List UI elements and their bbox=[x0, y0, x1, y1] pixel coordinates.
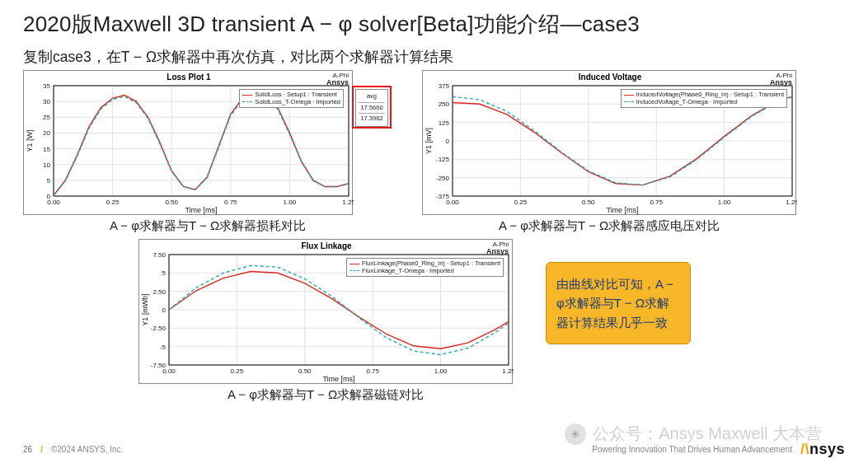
svg-text:0.25: 0.25 bbox=[231, 367, 244, 375]
svg-text:Loss Plot 1: Loss Plot 1 bbox=[167, 72, 211, 82]
chart-corner-tag: A-PhiAnsys bbox=[770, 72, 792, 87]
slide-title: 2020版Maxwell 3D transient A − φ solver[B… bbox=[23, 10, 845, 39]
highlight-box bbox=[352, 86, 392, 129]
svg-text:7.50: 7.50 bbox=[152, 251, 166, 259]
svg-text:0.75: 0.75 bbox=[224, 199, 237, 206]
svg-text:5: 5 bbox=[162, 269, 167, 277]
chart-legend: InducedVoltage(Phase0_Ring_In) · Setup1 … bbox=[621, 89, 787, 108]
svg-text:1.00: 1.00 bbox=[718, 199, 731, 206]
svg-text:0: 0 bbox=[47, 193, 51, 200]
svg-text:15: 15 bbox=[43, 146, 50, 153]
loss-caption: A − φ求解器与T − Ω求解器损耗对比 bbox=[110, 218, 306, 234]
svg-text:2.50: 2.50 bbox=[152, 288, 166, 296]
svg-text:0: 0 bbox=[162, 306, 167, 314]
svg-text:Time [ms]: Time [ms] bbox=[185, 206, 217, 214]
svg-text:5: 5 bbox=[47, 177, 51, 185]
svg-text:35: 35 bbox=[43, 82, 50, 90]
svg-text:0.75: 0.75 bbox=[650, 199, 663, 206]
svg-text:25: 25 bbox=[43, 114, 50, 121]
svg-text:Y1 [mWb]: Y1 [mWb] bbox=[141, 293, 149, 326]
svg-text:1.25: 1.25 bbox=[502, 367, 514, 375]
footer: 26 / ©2024 ANSYS, Inc. Powering Innovati… bbox=[0, 441, 868, 458]
voltage-caption: A − φ求解器与T − Ω求解器感应电压对比 bbox=[499, 218, 720, 234]
chart-legend: SolidLoss · Setup1 : TransientSolidLoss_… bbox=[239, 89, 344, 108]
svg-text:-5: -5 bbox=[160, 344, 167, 351]
svg-text:20: 20 bbox=[43, 129, 50, 137]
svg-text:0.75: 0.75 bbox=[366, 367, 379, 375]
chart-legend: FluxLinkage(Phase0_Ring_In) · Setup1 : T… bbox=[346, 258, 504, 277]
chart-corner-tag: A-PhiAnsys bbox=[486, 241, 509, 256]
svg-text:1.25: 1.25 bbox=[342, 199, 354, 206]
copyright: ©2024 ANSYS, Inc. bbox=[51, 445, 123, 454]
svg-text:250: 250 bbox=[439, 101, 450, 108]
svg-text:-2.50: -2.50 bbox=[151, 325, 167, 332]
svg-text:0.25: 0.25 bbox=[106, 199, 120, 206]
ansys-logo: /\nsys bbox=[800, 441, 845, 458]
svg-text:30: 30 bbox=[43, 98, 50, 105]
svg-text:-125: -125 bbox=[436, 156, 450, 163]
svg-text:Induced Voltage: Induced Voltage bbox=[579, 72, 642, 82]
svg-text:0.50: 0.50 bbox=[298, 367, 312, 375]
chart-corner-tag: A-PhiAnsys bbox=[326, 72, 349, 87]
svg-text:-7.50: -7.50 bbox=[151, 362, 167, 369]
svg-text:Flux Linkage: Flux Linkage bbox=[301, 241, 352, 250]
page-number: 26 bbox=[23, 445, 32, 454]
svg-text:-250: -250 bbox=[436, 175, 450, 182]
svg-text:-375: -375 bbox=[436, 193, 450, 200]
svg-text:1.00: 1.00 bbox=[434, 367, 448, 375]
svg-text:0.50: 0.50 bbox=[165, 199, 178, 206]
svg-text:10: 10 bbox=[43, 161, 50, 169]
svg-text:Y1 [W]: Y1 [W] bbox=[26, 129, 34, 152]
svg-text:0.25: 0.25 bbox=[514, 199, 528, 206]
slide-subtitle: 复制case3，在T − Ω求解器中再次仿真，对比两个求解器计算结果 bbox=[23, 47, 845, 67]
flux-chart: 0.000.250.500.751.001.25-7.50-5-2.5002.5… bbox=[138, 239, 513, 384]
summary-note: 由曲线对比可知，A − φ求解器与T − Ω求解器计算结果几乎一致 bbox=[546, 262, 691, 344]
svg-text:1.25: 1.25 bbox=[786, 199, 797, 206]
footer-divider: / bbox=[40, 445, 43, 454]
footer-tagline: Powering Innovation That Drives Human Ad… bbox=[592, 445, 792, 454]
flux-caption: A − φ求解器与T − Ω求解器磁链对比 bbox=[228, 387, 424, 403]
svg-text:0.50: 0.50 bbox=[582, 199, 595, 206]
svg-text:Y1 [mV]: Y1 [mV] bbox=[425, 128, 433, 154]
svg-text:125: 125 bbox=[439, 119, 450, 127]
voltage-chart: 0.000.250.500.751.001.25-375-250-1250125… bbox=[422, 70, 796, 215]
svg-text:375: 375 bbox=[439, 82, 450, 90]
svg-text:Time [ms]: Time [ms] bbox=[322, 375, 354, 383]
svg-text:1.00: 1.00 bbox=[284, 199, 297, 206]
svg-text:Time [ms]: Time [ms] bbox=[606, 206, 638, 214]
loss-chart: 0.000.250.500.751.001.2505101520253035Ti… bbox=[23, 70, 353, 215]
svg-text:0: 0 bbox=[446, 138, 450, 145]
